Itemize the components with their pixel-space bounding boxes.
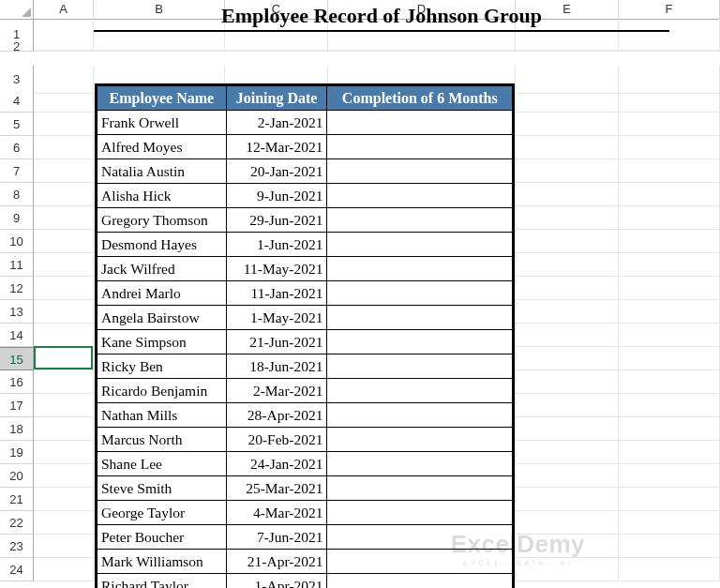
employee-name-cell[interactable]: Andrei Marlo [98,281,227,306]
cell-E9[interactable] [516,206,619,230]
cell-A14[interactable] [34,324,94,347]
cell-F13[interactable] [619,300,720,324]
completion-cell[interactable] [327,428,513,452]
cell-E21[interactable] [516,488,619,511]
row-header-12[interactable]: 12 [0,277,34,300]
cell-F15[interactable] [619,347,720,370]
cell-E8[interactable] [516,183,619,206]
cell-A6[interactable] [34,136,94,159]
cell-F16[interactable] [619,370,720,394]
cell-A12[interactable] [34,277,94,300]
column-header-A[interactable]: A [34,0,94,20]
cell-F12[interactable] [619,277,720,300]
joining-date-cell[interactable]: 4-Mar-2021 [226,501,327,525]
employee-name-cell[interactable]: Richard Taylor [98,574,227,589]
cell-F6[interactable] [619,136,720,159]
joining-date-cell[interactable]: 29-Jun-2021 [226,208,327,233]
header-joining-date[interactable]: Joining Date [226,86,327,111]
employee-name-cell[interactable]: Alfred Moyes [98,135,227,159]
row-header-10[interactable]: 10 [0,230,34,253]
completion-cell[interactable] [327,452,513,476]
cell-F18[interactable] [619,417,720,441]
row-header-5[interactable]: 5 [0,113,34,136]
cell-E17[interactable] [516,394,619,417]
row-header-21[interactable]: 21 [0,488,34,511]
row-header-20[interactable]: 20 [0,464,34,488]
cell-A8[interactable] [34,183,94,206]
column-header-E[interactable]: E [516,0,619,20]
column-header-C[interactable]: C [225,0,328,20]
completion-cell[interactable] [327,525,513,550]
joining-date-cell[interactable]: 1-May-2021 [226,306,327,330]
employee-name-cell[interactable]: Steve Smith [98,476,227,501]
employee-name-cell[interactable]: Shane Lee [98,452,227,476]
row-header-13[interactable]: 13 [0,300,34,324]
row-header-17[interactable]: 17 [0,394,34,417]
header-completion[interactable]: Completion of 6 Months [327,86,513,111]
cell-F14[interactable] [619,324,720,347]
row-header-24[interactable]: 24 [0,558,34,581]
employee-name-cell[interactable]: Natalia Austin [98,159,227,184]
joining-date-cell[interactable]: 12-Mar-2021 [226,135,327,159]
cell-E14[interactable] [516,324,619,347]
row-header-15[interactable]: 15 [0,347,34,370]
employee-name-cell[interactable]: Alisha Hick [98,184,227,208]
cell-F10[interactable] [619,230,720,253]
completion-cell[interactable] [327,257,513,281]
cell-A4[interactable] [34,89,94,113]
completion-cell[interactable] [327,208,513,233]
cell-E15[interactable] [516,347,619,370]
cell-F8[interactable] [619,183,720,206]
joining-date-cell[interactable]: 28-Apr-2021 [226,403,327,428]
employee-name-cell[interactable]: Frank Orwell [98,111,227,135]
row-header-23[interactable]: 23 [0,535,34,558]
completion-cell[interactable] [327,403,513,428]
completion-cell[interactable] [327,476,513,501]
completion-cell[interactable] [327,111,513,135]
cell-A15[interactable] [34,347,94,370]
cell-E19[interactable] [516,441,619,464]
row-header-19[interactable]: 19 [0,441,34,464]
joining-date-cell[interactable]: 1-Jun-2021 [226,233,327,257]
cell-E12[interactable] [516,277,619,300]
cell-A18[interactable] [34,417,94,441]
cell-A17[interactable] [34,394,94,417]
cell-E6[interactable] [516,136,619,159]
cell-F2[interactable] [619,42,720,52]
completion-cell[interactable] [327,233,513,257]
completion-cell[interactable] [327,501,513,525]
cell-F23[interactable] [619,535,720,558]
completion-cell[interactable] [327,574,513,589]
header-employee-name[interactable]: Employee Name [98,86,227,111]
completion-cell[interactable] [327,281,513,306]
row-header-14[interactable]: 14 [0,324,34,347]
cell-A22[interactable] [34,511,94,535]
cell-E20[interactable] [516,464,619,488]
joining-date-cell[interactable]: 9-Jun-2021 [226,184,327,208]
completion-cell[interactable] [327,159,513,184]
employee-name-cell[interactable]: Kane Simpson [98,330,227,354]
cell-E22[interactable] [516,511,619,535]
completion-cell[interactable] [327,306,513,330]
cell-F19[interactable] [619,441,720,464]
cell-A24[interactable] [34,558,94,581]
cell-A23[interactable] [34,535,94,558]
cell-E16[interactable] [516,370,619,394]
joining-date-cell[interactable]: 21-Apr-2021 [226,550,327,574]
cell-A10[interactable] [34,230,94,253]
cell-B2[interactable] [94,42,225,52]
employee-name-cell[interactable]: Ricardo Benjamin [98,379,227,403]
cell-D2[interactable] [328,42,516,52]
completion-cell[interactable] [327,550,513,574]
cell-F21[interactable] [619,488,720,511]
cell-A2[interactable] [34,42,94,52]
joining-date-cell[interactable]: 2-Mar-2021 [226,379,327,403]
joining-date-cell[interactable]: 1-Apr-2021 [226,574,327,589]
cell-E5[interactable] [516,113,619,136]
joining-date-cell[interactable]: 2-Jan-2021 [226,111,327,135]
cell-E4[interactable] [516,89,619,113]
joining-date-cell[interactable]: 24-Jan-2021 [226,452,327,476]
cell-F4[interactable] [619,89,720,113]
employee-name-cell[interactable]: Ricky Ben [98,354,227,379]
row-header-4[interactable]: 4 [0,89,34,113]
